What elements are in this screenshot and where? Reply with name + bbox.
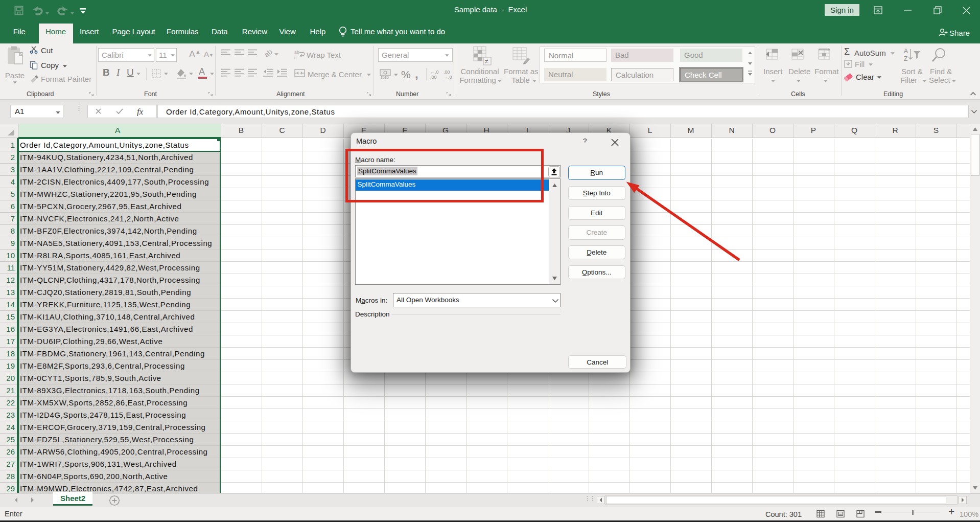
svg-text:←.0: ←.0 — [430, 70, 439, 75]
svg-text:→.0: →.0 — [444, 75, 452, 79]
svg-text:A: A — [904, 48, 908, 55]
svg-text:c: c — [294, 55, 297, 60]
svg-text:.00: .00 — [430, 75, 437, 79]
svg-text:fx: fx — [137, 107, 144, 116]
svg-text:Z: Z — [904, 55, 907, 62]
svg-text:.00: .00 — [444, 70, 450, 75]
svg-text:≠: ≠ — [485, 58, 488, 65]
svg-text:ab: ab — [294, 50, 299, 55]
